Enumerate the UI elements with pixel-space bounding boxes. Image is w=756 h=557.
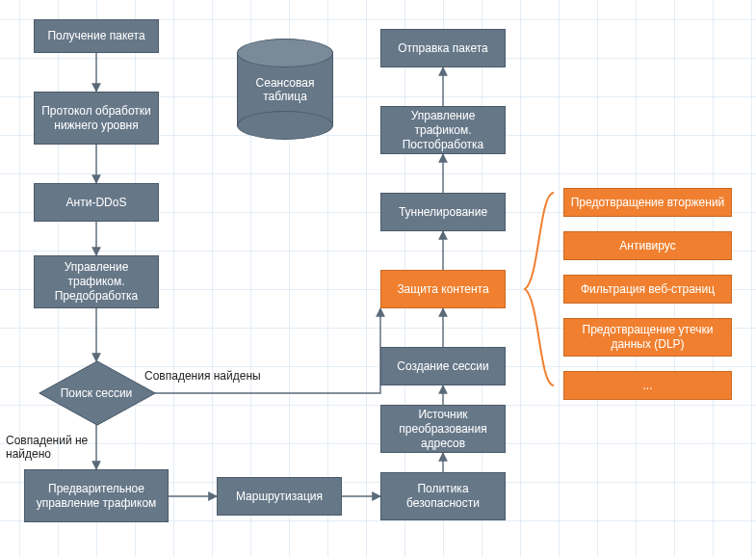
group-item-ips: Предотвращение вторжений bbox=[563, 188, 732, 217]
node-session-table: Сеансовая таблица bbox=[237, 39, 333, 140]
node-tunneling: Туннелирование bbox=[380, 193, 506, 231]
node-label: Анти-DDoS bbox=[66, 196, 127, 210]
node-label: ... bbox=[642, 379, 652, 393]
node-routing: Маршрутизация bbox=[217, 477, 342, 516]
node-label: Протокол обработки нижнего уровня bbox=[40, 104, 152, 133]
node-label: Предварительное управление трафиком bbox=[31, 482, 162, 511]
node-label: Управление трафиком. Предобработка bbox=[40, 260, 152, 304]
node-label: Маршрутизация bbox=[236, 490, 323, 504]
node-content-protection: Защита контента bbox=[380, 270, 506, 308]
node-label: Управление трафиком. Постобработка bbox=[387, 109, 499, 152]
group-item-dlp: Предотвращение утечки данных (DLP) bbox=[563, 318, 732, 357]
node-label: Фильтрация веб-страниц bbox=[581, 282, 715, 297]
node-label: Сеансовая таблица bbox=[237, 76, 333, 103]
node-pre-traffic-mgmt: Предварительное управление трафиком bbox=[24, 469, 169, 522]
node-label: Предотвращение утечки данных (DLP) bbox=[570, 323, 725, 352]
node-send-packet: Отправка пакета bbox=[380, 29, 506, 67]
node-anti-ddos: Анти-DDoS bbox=[34, 183, 159, 222]
node-label: Источник преобразования адресов bbox=[387, 408, 499, 451]
group-item-antivirus: Антивирус bbox=[563, 231, 732, 260]
node-label: Туннелирование bbox=[399, 205, 487, 220]
node-label: Предотвращение вторжений bbox=[571, 196, 725, 210]
node-label: Защита контента bbox=[397, 282, 488, 297]
node-nat-source: Источник преобразования адресов bbox=[380, 405, 506, 453]
node-label: Получение пакета bbox=[47, 29, 144, 43]
node-label: Создание сессии bbox=[397, 359, 489, 374]
node-receive-packet: Получение пакета bbox=[34, 19, 159, 53]
node-traffic-pre: Управление трафиком. Предобработка bbox=[34, 255, 159, 308]
node-create-session: Создание сессии bbox=[380, 347, 506, 385]
node-low-level-protocol: Протокол обработки нижнего уровня bbox=[34, 92, 159, 145]
edge-label-match-found: Совпадения найдены bbox=[144, 369, 261, 383]
node-traffic-post: Управление трафиком. Постобработка bbox=[380, 106, 506, 154]
node-session-search: Поиск сессии bbox=[39, 361, 154, 424]
node-label: Отправка пакета bbox=[398, 41, 487, 56]
node-security-policy: Политика безопасности bbox=[380, 472, 506, 520]
node-label: Поиск сессии bbox=[61, 386, 133, 400]
group-item-more: ... bbox=[563, 371, 732, 400]
edge-label-no-match: Совпадений не найдено bbox=[6, 434, 112, 461]
group-item-web-filter: Фильтрация веб-страниц bbox=[563, 275, 732, 304]
node-label: Антивирус bbox=[619, 239, 675, 253]
node-label: Политика безопасности bbox=[387, 482, 499, 511]
